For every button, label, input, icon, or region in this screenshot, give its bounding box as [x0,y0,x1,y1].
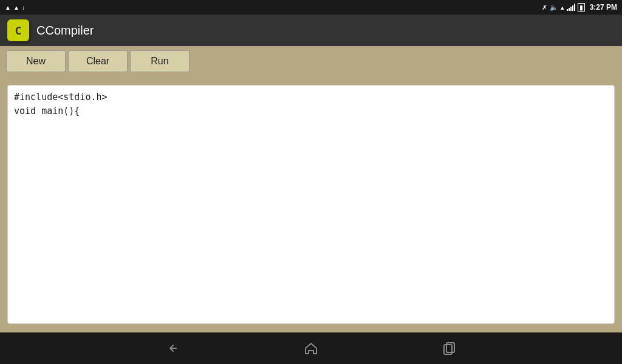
notification-icon-2: ▲ [13,4,19,11]
wifi-icon: ▴ [561,4,564,12]
toolbar: New Clear Run [0,46,622,76]
clear-button[interactable]: Clear [68,50,128,72]
nav-bar [0,332,622,364]
back-button[interactable] [164,340,181,357]
main-content: #include<stdio.h> void main(){ [0,76,622,332]
new-button[interactable]: New [6,50,66,72]
code-editor-container: #include<stdio.h> void main(){ [7,85,615,324]
code-editor[interactable]: #include<stdio.h> void main(){ [14,90,608,318]
run-button[interactable]: Run [130,50,190,72]
download-icon: ↓ [22,4,25,11]
app-icon-label: C [15,24,22,37]
app-icon: C [7,19,29,41]
status-left-icons: ▲ ▲ ↓ [5,4,542,11]
notification-icon: ▲ [5,4,11,11]
volume-icon: 🔈 [550,4,558,12]
status-right-icons: ✗ 🔈 ▴ ▮ 3:27 PM [542,3,617,12]
app-bar: C CCompiler [0,15,622,46]
recent-button[interactable] [441,340,458,357]
status-bar: ▲ ▲ ↓ ✗ 🔈 ▴ ▮ 3:27 PM [0,0,622,15]
battery-icon: ▮ [578,3,585,12]
bluetooth-icon: ✗ [542,4,547,12]
status-time: 3:27 PM [590,3,617,12]
app-title: CCompiler [36,24,94,38]
home-button[interactable] [302,340,320,357]
signal-icon [567,4,575,11]
